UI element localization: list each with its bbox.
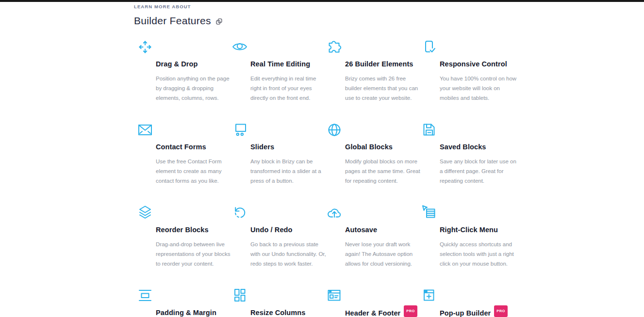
feature-title: Right-Click Menu (440, 226, 498, 234)
envelope-icon (137, 122, 229, 138)
top-bar (0, 0, 644, 2)
cursor-menu-icon (421, 205, 512, 221)
slider-icon (231, 122, 323, 138)
page-title: Builder Features (134, 15, 644, 27)
feature-title: Saved Blocks (440, 143, 486, 151)
feature-description: Use the free Contact Form element to cre… (156, 157, 229, 186)
feature-title: Drag & Drop (156, 60, 198, 68)
feature-card: Undo / Redo Go back to a previous state … (229, 205, 323, 287)
anchor-link-icon[interactable] (216, 18, 222, 25)
feature-card: Pop-up BuilderPRO (418, 287, 512, 317)
browser-window-icon (326, 287, 418, 304)
globe-icon (326, 122, 418, 138)
pro-badge: PRO (494, 305, 507, 317)
feature-title: Undo / Redo (250, 226, 292, 234)
undo-icon (231, 205, 323, 221)
feature-description: Drag-and-drop between live representatio… (156, 239, 229, 269)
feature-title: Header & Footer (345, 309, 400, 317)
feature-card: Sliders Any block in Brizy can be transf… (229, 122, 323, 205)
feature-card: Autosave Never lose your draft work agai… (323, 205, 418, 287)
resize-columns-icon (231, 287, 323, 304)
feature-description: Quickly access shortcuts and selection t… (440, 239, 512, 269)
section-kicker: LEARN MORE ABOUT (134, 4, 644, 9)
pro-badge: PRO (404, 305, 417, 317)
window-plus-icon (421, 287, 512, 304)
floppy-icon (421, 122, 512, 138)
feature-description: Modify global blocks on more pages at th… (345, 157, 418, 186)
feature-card: Header & FooterPRO (323, 287, 418, 317)
feature-card: Right-Click Menu Quickly access shortcut… (418, 205, 512, 287)
feature-description: Go back to a previous state with our Und… (250, 239, 323, 269)
feature-card: Resize Columns (229, 287, 323, 317)
move-icon (137, 39, 229, 55)
feature-card: Real Time Editing Edit everything in rea… (229, 39, 323, 122)
feature-card: 26 Builder Elements Brizy comes with 26 … (323, 39, 418, 122)
feature-title: Autosave (345, 226, 377, 234)
feature-description: You have 100% control on how your websit… (440, 74, 512, 103)
padding-margin-icon (137, 287, 229, 304)
feature-description: Save any block for later use on a differ… (440, 157, 512, 186)
feature-title: Resize Columns (250, 309, 305, 317)
feature-card: Global Blocks Modify global blocks on mo… (323, 122, 418, 205)
feature-title: Global Blocks (345, 143, 393, 151)
feature-card: Contact Forms Use the free Contact Form … (134, 122, 229, 205)
feature-title: 26 Builder Elements (345, 60, 413, 68)
phone-check-icon (421, 39, 512, 55)
feature-description: Position anything on the page by draggin… (156, 74, 229, 103)
feature-title: Padding & Margin (156, 309, 216, 317)
feature-card: Saved Blocks Save any block for later us… (418, 122, 512, 205)
feature-title: Real Time Editing (250, 60, 310, 68)
feature-title: Contact Forms (156, 143, 206, 151)
feature-title: Reorder Blocks (156, 226, 209, 234)
page-title-text: Builder Features (134, 15, 211, 27)
feature-card: Drag & Drop Position anything on the pag… (134, 39, 229, 122)
cloud-upload-icon (326, 205, 418, 221)
feature-card: Responsive Control You have 100% control… (418, 39, 512, 122)
feature-title: Sliders (250, 143, 274, 151)
feature-description: Edit everything in real time right in fr… (250, 74, 323, 103)
feature-title: Pop-up Builder (440, 309, 491, 317)
eye-icon (231, 39, 323, 55)
feature-title: Responsive Control (440, 60, 507, 68)
feature-card: Padding & Margin (134, 287, 229, 317)
feature-description: Any block in Brizy can be transformed in… (250, 157, 323, 186)
puzzle-icon (326, 39, 418, 55)
feature-description: Never lose your draft work again! The Au… (345, 239, 418, 269)
features-grid: Drag & Drop Position anything on the pag… (134, 39, 644, 317)
layers-icon (137, 205, 229, 221)
feature-description: Brizy comes with 26 free builder element… (345, 74, 418, 103)
builder-features-section: LEARN MORE ABOUT Builder Features Drag &… (0, 4, 644, 317)
feature-card: Reorder Blocks Drag-and-drop between liv… (134, 205, 229, 287)
